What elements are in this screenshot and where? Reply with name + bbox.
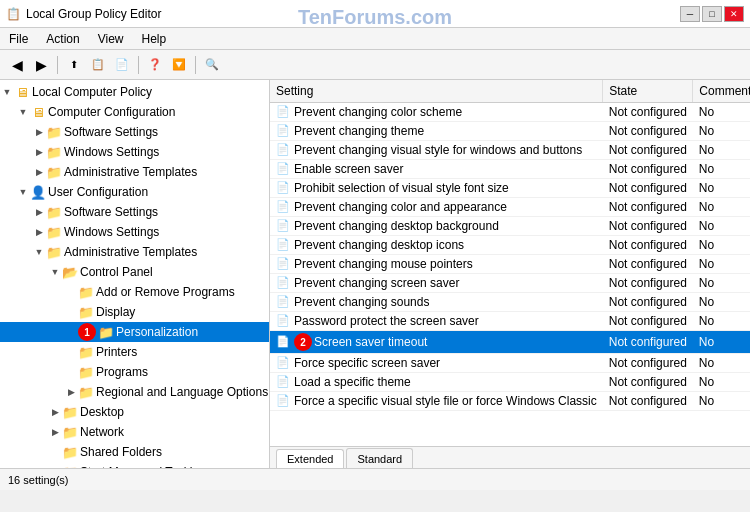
tree-item-user-config[interactable]: ▼👤User Configuration [0,182,269,202]
table-row[interactable]: 📄Prevent changing visual style for windo… [270,141,750,160]
table-row[interactable]: 📄Prevent changing screen saver Not confi… [270,274,750,293]
setting-name: Prevent changing desktop icons [294,238,464,252]
tree-item-admin-templates-cc[interactable]: ▶📁Administrative Templates [0,162,269,182]
table-row[interactable]: 📄Prevent changing sounds Not configured … [270,293,750,312]
tab-standard[interactable]: Standard [346,448,413,468]
table-row[interactable]: 📄2Screen saver timeout Not configured No [270,331,750,354]
tree-item-regional[interactable]: ▶📁Regional and Language Options [0,382,269,402]
tree-label: Windows Settings [64,223,159,241]
tree-expander[interactable] [64,325,78,339]
menu-action[interactable]: Action [43,31,82,47]
tree-icon: 🖥 [14,84,30,100]
tree-item-software-settings-cc[interactable]: ▶📁Software Settings [0,122,269,142]
menu-file[interactable]: File [6,31,31,47]
tree-expander[interactable] [48,445,62,459]
tree-icon: 📂 [62,264,78,280]
tree-expander[interactable]: ▼ [0,85,14,99]
tree-item-printers[interactable]: 📁Printers [0,342,269,362]
setting-icon: 📄 [276,257,290,271]
tree-item-personalization[interactable]: 1📁Personalization [0,322,269,342]
tree-item-start-menu[interactable]: 📁Start Menu and Taskbar [0,462,269,468]
title-controls: ─ □ ✕ [680,6,744,22]
table-row[interactable]: 📄Force specific screen saver Not configu… [270,354,750,373]
close-button[interactable]: ✕ [724,6,744,22]
setting-icon: 📄 [276,295,290,309]
minimize-button[interactable]: ─ [680,6,700,22]
tree-item-desktop[interactable]: ▶📁Desktop [0,402,269,422]
setting-cell: 📄Load a specific theme [270,373,603,392]
tree-label: Control Panel [80,263,153,281]
tree-item-display[interactable]: 📁Display [0,302,269,322]
col-setting[interactable]: Setting [270,80,603,103]
setting-name: Enable screen saver [294,162,403,176]
table-row[interactable]: 📄Load a specific theme Not configured No [270,373,750,392]
tree-expander[interactable]: ▼ [32,245,46,259]
table-row[interactable]: 📄Prohibit selection of visual style font… [270,179,750,198]
tree-expander[interactable]: ▶ [32,145,46,159]
setting-icon: 📄 [276,124,290,138]
col-comment[interactable]: Comment [693,80,750,103]
forward-button[interactable]: ▶ [30,54,52,76]
filter-button[interactable]: 🔍 [201,54,223,76]
tree-expander[interactable]: ▶ [32,225,46,239]
tree-icon: 🖥 [30,104,46,120]
paste-button[interactable]: 📄 [111,54,133,76]
tree-item-admin-templates-uc[interactable]: ▼📁Administrative Templates [0,242,269,262]
menu-view[interactable]: View [95,31,127,47]
tree-expander[interactable] [64,305,78,319]
table-row[interactable]: 📄Prevent changing desktop background Not… [270,217,750,236]
tree-expander[interactable] [64,345,78,359]
tree-expander[interactable]: ▶ [32,205,46,219]
setting-name: Prevent changing mouse pointers [294,257,473,271]
table-row[interactable]: 📄Password protect the screen saver Not c… [270,312,750,331]
tree-expander[interactable]: ▶ [48,425,62,439]
tree-expander[interactable]: ▶ [64,385,78,399]
tree-expander[interactable] [64,285,78,299]
state-cell: Not configured [603,217,693,236]
comment-cell: No [693,293,750,312]
table-row[interactable]: 📄Prevent changing theme Not configured N… [270,122,750,141]
table-row[interactable]: 📄Force a specific visual style file or f… [270,392,750,411]
tree-expander[interactable]: ▶ [48,405,62,419]
table-row[interactable]: 📄Prevent changing desktop icons Not conf… [270,236,750,255]
title-bar: 📋 Local Group Policy Editor ─ □ ✕ [0,0,750,28]
tree-item-shared-folders[interactable]: 📁Shared Folders [0,442,269,462]
up-button[interactable]: ⬆ [63,54,85,76]
table-row[interactable]: 📄Prevent changing mouse pointers Not con… [270,255,750,274]
setting-name: Prevent changing color scheme [294,105,462,119]
table-row[interactable]: 📄Prevent changing color and appearance N… [270,198,750,217]
tree-label: Network [80,423,124,441]
tree-expander[interactable]: ▼ [16,105,30,119]
col-state[interactable]: State [603,80,693,103]
tree-item-programs[interactable]: 📁Programs [0,362,269,382]
tree-expander[interactable]: ▶ [32,165,46,179]
tree-label: Regional and Language Options [96,383,268,401]
tree-expander[interactable] [48,465,62,468]
table-row[interactable]: 📄Prevent changing color scheme Not confi… [270,103,750,122]
tree-item-control-panel[interactable]: ▼📂Control Panel [0,262,269,282]
tree-expander[interactable]: ▼ [48,265,62,279]
back-button[interactable]: ◀ [6,54,28,76]
tree-label: Display [96,303,135,321]
help-button[interactable]: ❓ [144,54,166,76]
tree-expander[interactable]: ▶ [32,125,46,139]
export-button[interactable]: 🔽 [168,54,190,76]
status-bar: 16 setting(s) [0,468,750,490]
tree-item-network[interactable]: ▶📁Network [0,422,269,442]
tree-item-windows-settings-uc[interactable]: ▶📁Windows Settings [0,222,269,242]
table-row[interactable]: 📄Enable screen saver Not configured No [270,160,750,179]
menu-help[interactable]: Help [139,31,170,47]
comment-cell: No [693,179,750,198]
copy-button[interactable]: 📋 [87,54,109,76]
tree-item-add-remove[interactable]: 📁Add or Remove Programs [0,282,269,302]
tree-item-computer-config[interactable]: ▼🖥Computer Configuration [0,102,269,122]
maximize-button[interactable]: □ [702,6,722,22]
tab-extended[interactable]: Extended [276,449,344,468]
state-cell: Not configured [603,354,693,373]
tree-item-windows-settings-cc[interactable]: ▶📁Windows Settings [0,142,269,162]
comment-cell: No [693,122,750,141]
tree-item-software-settings-uc[interactable]: ▶📁Software Settings [0,202,269,222]
tree-expander[interactable] [64,365,78,379]
tree-item-local-policy[interactable]: ▼🖥Local Computer Policy [0,82,269,102]
tree-expander[interactable]: ▼ [16,185,30,199]
